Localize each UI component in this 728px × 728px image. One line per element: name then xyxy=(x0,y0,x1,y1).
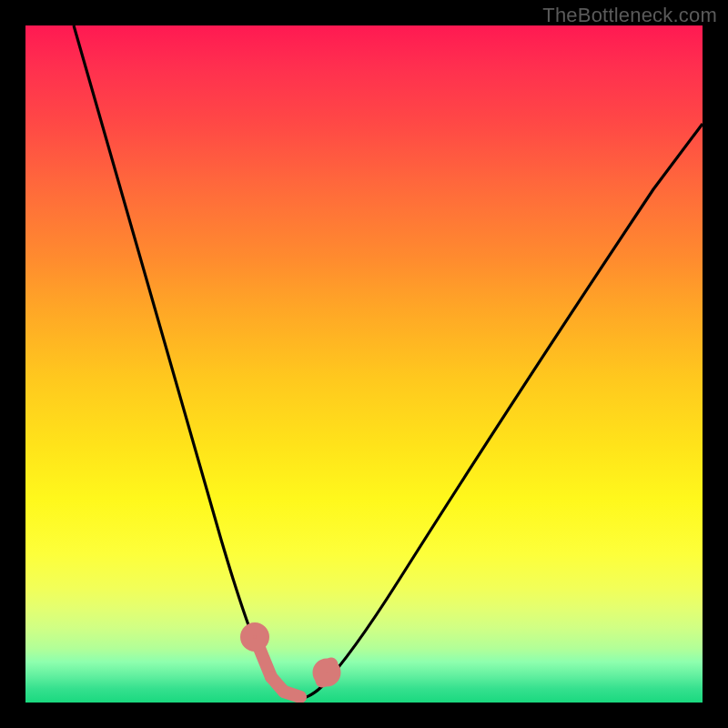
svg-point-5 xyxy=(319,665,334,680)
bottleneck-curve-svg xyxy=(25,25,703,703)
svg-line-2 xyxy=(284,692,300,697)
svg-point-3 xyxy=(247,629,263,645)
outer-black-frame: TheBottleneck.com xyxy=(0,0,728,728)
highlight-right-blob xyxy=(319,664,334,681)
bottleneck-curve xyxy=(74,25,703,699)
plot-area xyxy=(25,25,703,703)
highlight-left-blob xyxy=(247,629,300,697)
watermark-text: TheBottleneck.com xyxy=(542,4,717,27)
